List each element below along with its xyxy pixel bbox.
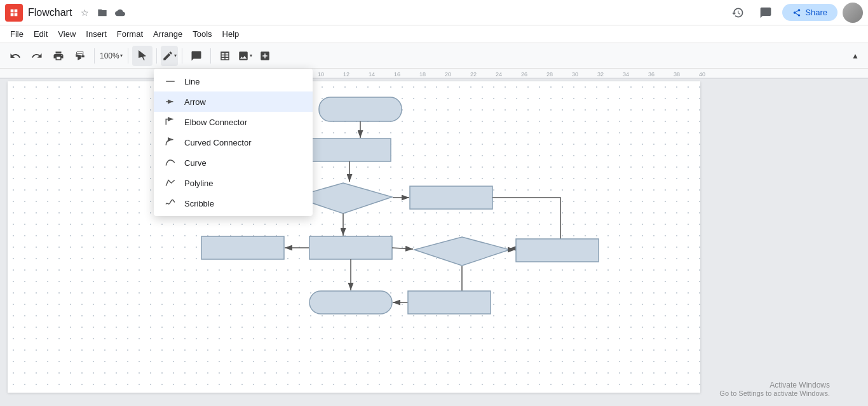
svg-text:36: 36 bbox=[648, 71, 654, 78]
dropdown-item-polyline[interactable]: Polyline bbox=[154, 173, 313, 193]
ruler-horizontal: 0 2 4 6 8 10 12 14 16 18 20 22 24 26 28 … bbox=[0, 69, 868, 79]
svg-text:32: 32 bbox=[597, 71, 604, 78]
separator-4 bbox=[182, 48, 182, 64]
dropdown-curve-label: Curve bbox=[184, 158, 207, 168]
zoom-arrow: ▾ bbox=[120, 53, 123, 58]
svg-text:18: 18 bbox=[419, 71, 426, 78]
svg-rect-0 bbox=[11, 9, 14, 12]
svg-rect-3 bbox=[15, 13, 18, 16]
svg-text:40: 40 bbox=[699, 71, 705, 78]
history-button[interactable] bbox=[726, 1, 749, 24]
svg-rect-1 bbox=[15, 9, 18, 12]
menu-tools[interactable]: Tools bbox=[187, 27, 217, 42]
dropdown-menu: Line Arrow Elbow Connector Curved Connec… bbox=[154, 69, 313, 216]
undo-button[interactable] bbox=[5, 46, 25, 66]
canvas-bg: Activate Windows Go to Settings to activ… bbox=[0, 79, 868, 406]
line-tool-button[interactable]: ▾ bbox=[161, 46, 178, 66]
folder-button[interactable] bbox=[95, 5, 110, 20]
menu-view[interactable]: View bbox=[53, 27, 81, 42]
dropdown-polyline-label: Polyline bbox=[184, 179, 214, 188]
doc-title: Flowchart bbox=[28, 7, 72, 18]
zoom-label: 100% bbox=[100, 51, 119, 60]
arrow-icon bbox=[164, 95, 177, 108]
table-button[interactable] bbox=[215, 46, 235, 66]
menu-file[interactable]: File bbox=[5, 27, 29, 42]
svg-text:34: 34 bbox=[623, 71, 629, 78]
menu-arrange[interactable]: Arrange bbox=[148, 27, 187, 42]
separator-2 bbox=[128, 48, 128, 64]
svg-line-38 bbox=[392, 248, 413, 249]
dropdown-item-curved-connector[interactable]: Curved Connector bbox=[154, 132, 313, 152]
dropdown-elbow-label: Elbow Connector bbox=[184, 118, 247, 127]
svg-text:22: 22 bbox=[470, 71, 477, 78]
comment-button[interactable] bbox=[754, 1, 777, 24]
menu-edit[interactable]: Edit bbox=[29, 27, 53, 42]
dropdown-item-curve[interactable]: Curve bbox=[154, 152, 313, 173]
menu-format[interactable]: Format bbox=[112, 27, 148, 42]
dropdown-arrow-label: Arrow bbox=[184, 97, 206, 107]
toolbar: 100% ▾ ▾ ▾ ▲ bbox=[0, 43, 868, 69]
canvas-scroll[interactable]: Activate Windows Go to Settings to activ… bbox=[0, 79, 868, 406]
redo-button[interactable] bbox=[27, 46, 47, 66]
paint-format-button[interactable] bbox=[70, 46, 90, 66]
canvas-area[interactable]: Activate Windows Go to Settings to activ… bbox=[0, 79, 868, 406]
svg-text:10: 10 bbox=[318, 71, 324, 78]
svg-rect-26 bbox=[319, 97, 402, 121]
comment-tool-button[interactable] bbox=[186, 46, 207, 66]
star-button[interactable]: ☆ bbox=[77, 5, 92, 20]
polyline-icon bbox=[164, 177, 177, 189]
svg-rect-31 bbox=[410, 186, 492, 209]
dropdown-item-arrow[interactable]: Arrow bbox=[154, 91, 313, 112]
svg-text:24: 24 bbox=[496, 71, 502, 78]
flowchart-svg bbox=[8, 81, 700, 393]
line-icon bbox=[164, 75, 177, 88]
dropdown-item-elbow[interactable]: Elbow Connector bbox=[154, 112, 313, 132]
svg-text:30: 30 bbox=[572, 71, 578, 78]
svg-text:28: 28 bbox=[546, 71, 553, 78]
svg-text:16: 16 bbox=[394, 71, 400, 78]
zoom-button[interactable]: 100% ▾ bbox=[98, 46, 124, 66]
menu-help[interactable]: Help bbox=[217, 27, 245, 42]
dropdown-item-scribble[interactable]: Scribble bbox=[154, 193, 313, 213]
curve-icon bbox=[164, 156, 177, 169]
dropdown-line-label: Line bbox=[184, 77, 200, 86]
curved-connector-icon bbox=[164, 136, 177, 149]
select-button[interactable] bbox=[132, 46, 153, 66]
menu-bar: File Edit View Insert Format Arrange Too… bbox=[0, 25, 868, 43]
image-button[interactable]: ▾ bbox=[236, 46, 254, 66]
separator-5 bbox=[210, 48, 211, 64]
menu-insert[interactable]: Insert bbox=[81, 27, 112, 42]
dropdown-scribble-label: Scribble bbox=[184, 199, 214, 208]
document-canvas[interactable] bbox=[8, 81, 700, 393]
svg-rect-41 bbox=[309, 291, 392, 314]
separator-3 bbox=[156, 48, 157, 64]
share-label: Share bbox=[805, 8, 827, 17]
app-icon bbox=[5, 4, 23, 22]
svg-text:12: 12 bbox=[343, 71, 349, 78]
top-bar: Flowchart ☆ Share bbox=[0, 0, 868, 25]
elbow-icon bbox=[164, 116, 177, 128]
watermark-line1: Activate Windows bbox=[719, 381, 830, 389]
top-right: Share bbox=[726, 1, 863, 24]
toolbar-expand-button[interactable]: ▲ bbox=[848, 48, 863, 64]
dropdown-item-line[interactable]: Line bbox=[154, 71, 313, 91]
scribble-icon bbox=[164, 197, 177, 210]
svg-text:38: 38 bbox=[674, 71, 680, 78]
svg-rect-44 bbox=[408, 291, 491, 314]
svg-rect-39 bbox=[516, 239, 599, 262]
print-button[interactable] bbox=[48, 46, 69, 66]
svg-rect-27 bbox=[308, 139, 391, 161]
share-button[interactable]: Share bbox=[782, 4, 837, 21]
svg-text:14: 14 bbox=[369, 71, 375, 78]
separator-1 bbox=[94, 48, 95, 64]
svg-text:20: 20 bbox=[445, 71, 451, 78]
image-arrow: ▾ bbox=[250, 53, 252, 58]
watermark-line2: Go to Settings to activate Windows. bbox=[719, 389, 830, 397]
cloud-button[interactable] bbox=[112, 5, 128, 20]
add-button[interactable] bbox=[255, 46, 275, 66]
svg-rect-2 bbox=[11, 13, 14, 16]
main-area: 0 2 4 6 8 10 12 14 16 18 20 22 24 26 28 … bbox=[0, 69, 868, 406]
dropdown-curved-connector-label: Curved Connector bbox=[184, 138, 252, 147]
svg-rect-34 bbox=[309, 236, 392, 259]
title-icons: ☆ bbox=[77, 5, 128, 20]
